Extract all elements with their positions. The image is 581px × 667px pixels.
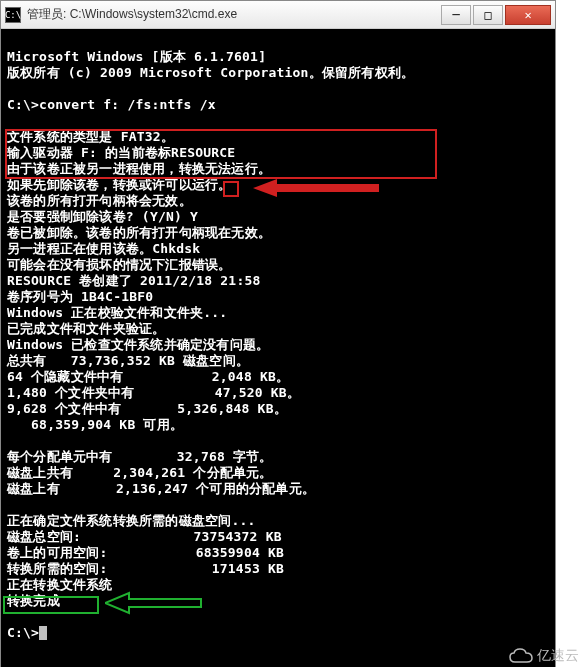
line: 转换所需的空间: 171453 KB [7,561,284,576]
line: 是否要强制卸除该卷? (Y/N) Y [7,209,198,224]
line: 总共有 73,736,352 KB 磁盘空间。 [7,353,249,368]
window-controls: ─ □ ✕ [441,5,551,25]
annotation-green-arrow-icon [105,591,205,615]
console-output[interactable]: Microsoft Windows [版本 6.1.7601] 版权所有 (c)… [1,29,555,667]
line: Windows 已检查文件系统并确定没有问题。 [7,337,269,352]
cursor [39,626,47,640]
line: 9,628 个文件中有 5,326,848 KB。 [7,401,287,416]
window-title: 管理员: C:\Windows\system32\cmd.exe [27,6,441,23]
line: 版权所有 (c) 2009 Microsoft Corporation。保留所有… [7,65,414,80]
line: 磁盘上有 2,136,247 个可用的分配单元。 [7,481,315,496]
prompt-line: C:\> [7,625,39,640]
maximize-button[interactable]: □ [473,5,503,25]
close-button[interactable]: ✕ [505,5,551,25]
watermark: 亿速云 [509,647,579,665]
line: 由于该卷正被另一进程使用，转换无法运行。 [7,161,271,176]
line: 磁盘上共有 2,304,261 个分配单元。 [7,465,273,480]
line: 另一进程正在使用该卷。Chkdsk [7,241,200,256]
cmd-window: C:\ 管理员: C:\Windows\system32\cmd.exe ─ □… [0,0,556,667]
line: 正在确定文件系统转换所需的磁盘空间... [7,513,255,528]
line: 卷已被卸除。该卷的所有打开句柄现在无效。 [7,225,271,240]
line: 64 个隐藏文件中有 2,048 KB。 [7,369,289,384]
line: 已完成文件和文件夹验证。 [7,321,165,336]
line: 卷序列号为 1B4C-1BF0 [7,289,153,304]
line: Microsoft Windows [版本 6.1.7601] [7,49,266,64]
svg-marker-1 [105,593,201,613]
titlebar[interactable]: C:\ 管理员: C:\Windows\system32\cmd.exe ─ □… [1,1,555,29]
prompt-line: C:\>convert f: /fs:ntfs /x [7,97,216,112]
line: 68,359,904 KB 可用。 [7,417,183,432]
line: 正在转换文件系统 [7,577,113,592]
line: 文件系统的类型是 FAT32。 [7,129,174,144]
line: 1,480 个文件夹中有 47,520 KB。 [7,385,300,400]
line: 可能会在没有损坏的情况下汇报错误。 [7,257,231,272]
cloud-icon [509,648,533,664]
line: 磁盘总空间: 73754372 KB [7,529,282,544]
line: 该卷的所有打开句柄将会无效。 [7,193,192,208]
line: 输入驱动器 F: 的当前卷标RESOURCE [7,145,235,160]
annotation-red-arrow-icon [253,177,383,199]
line: 每个分配单元中有 32,768 字节。 [7,449,273,464]
line: 转换完成 [7,593,60,608]
line: Windows 正在校验文件和文件夹... [7,305,227,320]
svg-marker-0 [253,179,379,197]
line: RESOURCE 卷创建了 2011/2/18 21:58 [7,273,260,288]
minimize-button[interactable]: ─ [441,5,471,25]
cmd-icon: C:\ [5,7,21,23]
line: 如果先卸除该卷，转换或许可以运行。 [7,177,231,192]
line: 卷上的可用空间: 68359904 KB [7,545,284,560]
watermark-text: 亿速云 [537,647,579,665]
